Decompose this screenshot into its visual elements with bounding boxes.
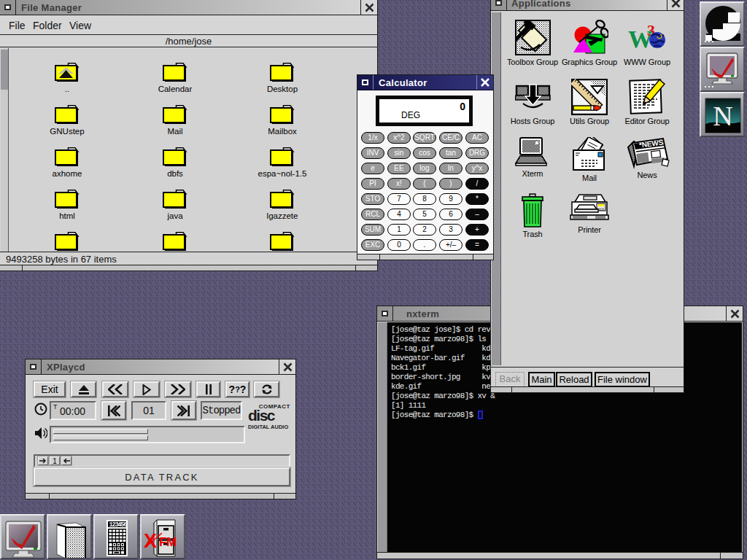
svg-text:123456: 123456 bbox=[109, 521, 128, 529]
svg-text:N: N bbox=[713, 101, 732, 131]
svg-text:X: X bbox=[144, 530, 157, 552]
svg-text:FM: FM bbox=[159, 535, 177, 549]
